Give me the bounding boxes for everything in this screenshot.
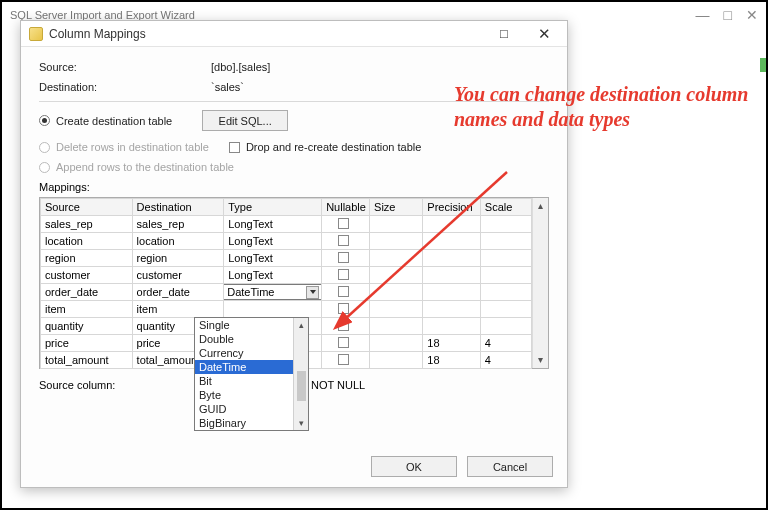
dropdown-option[interactable]: BigBinary [195,416,293,430]
nullable-checkbox[interactable] [338,286,349,297]
parent-window-controls: — □ ✕ [696,8,758,22]
dialog-close-icon[interactable]: ✕ [527,24,561,44]
dialog-titlebar: Column Mappings □ ✕ [21,21,567,47]
destination-label: Destination: [39,81,211,93]
col-scale[interactable]: Scale [480,199,531,216]
nullable-checkbox[interactable] [338,303,349,314]
ok-button[interactable]: OK [371,456,457,477]
source-label: Source: [39,61,211,73]
create-table-radio[interactable]: Create destination table [39,115,172,127]
scroll-thumb[interactable] [297,371,306,401]
nullable-checkbox[interactable] [338,252,349,263]
edit-sql-button[interactable]: Edit SQL... [202,110,288,131]
table-row[interactable]: customercustomerLongText [41,267,532,284]
dropdown-scrollbar[interactable]: ▴ ▾ [293,318,308,430]
dialog-maximize-icon[interactable]: □ [487,24,521,44]
dropdown-option[interactable]: Byte [195,388,293,402]
nullable-checkbox[interactable] [338,337,349,348]
background-accent [760,58,766,72]
dropdown-option[interactable]: GUID [195,402,293,416]
table-row[interactable]: order_dateorder_dateDateTime [41,284,532,301]
dialog-title: Column Mappings [49,27,146,41]
col-destination[interactable]: Destination [132,199,224,216]
type-dropdown[interactable]: SingleDoubleCurrencyDateTimeBitByteGUIDB… [194,317,309,431]
mappings-label: Mappings: [39,181,549,193]
nullable-checkbox[interactable] [338,320,349,331]
drop-recreate-checkbox[interactable]: Drop and re-create destination table [229,141,422,153]
source-column-value: NOT NULL [311,379,365,391]
source-column-label: Source column: [39,379,211,391]
table-scrollbar[interactable]: ▴ ▾ [532,198,548,368]
destination-value: `sales` [211,81,244,93]
chevron-down-icon[interactable] [306,286,319,299]
table-row[interactable]: regionregionLongText [41,250,532,267]
col-type[interactable]: Type [224,199,322,216]
col-nullable[interactable]: Nullable [322,199,370,216]
nullable-checkbox[interactable] [338,218,349,229]
scroll-up-icon[interactable]: ▴ [299,320,304,330]
maximize-icon[interactable]: □ [724,8,732,22]
append-rows-radio: Append rows to the destination table [39,161,549,173]
type-select[interactable]: DateTime [224,284,322,300]
delete-rows-radio: Delete rows in destination table [39,141,209,153]
dropdown-option[interactable]: Currency [195,346,293,360]
scroll-up-icon[interactable]: ▴ [538,201,543,211]
table-row[interactable]: itemitem [41,301,532,318]
dropdown-option[interactable]: DateTime [195,360,293,374]
table-row[interactable]: sales_repsales_repLongText [41,216,532,233]
nullable-checkbox[interactable] [338,235,349,246]
close-icon[interactable]: ✕ [746,8,758,22]
scroll-down-icon[interactable]: ▾ [538,355,543,365]
scroll-down-icon[interactable]: ▾ [299,418,304,428]
nullable-checkbox[interactable] [338,269,349,280]
table-row[interactable]: locationlocationLongText [41,233,532,250]
dropdown-option[interactable]: Double [195,332,293,346]
source-value: [dbo].[sales] [211,61,270,73]
col-size[interactable]: Size [370,199,423,216]
minimize-icon[interactable]: — [696,8,710,22]
annotation-text: You can change destination column names … [454,82,764,132]
nullable-checkbox[interactable] [338,354,349,365]
dropdown-option[interactable]: Bit [195,374,293,388]
dialog-icon [29,27,43,41]
col-precision[interactable]: Precision [423,199,481,216]
col-source[interactable]: Source [41,199,133,216]
cancel-button[interactable]: Cancel [467,456,553,477]
dropdown-option[interactable]: Single [195,318,293,332]
